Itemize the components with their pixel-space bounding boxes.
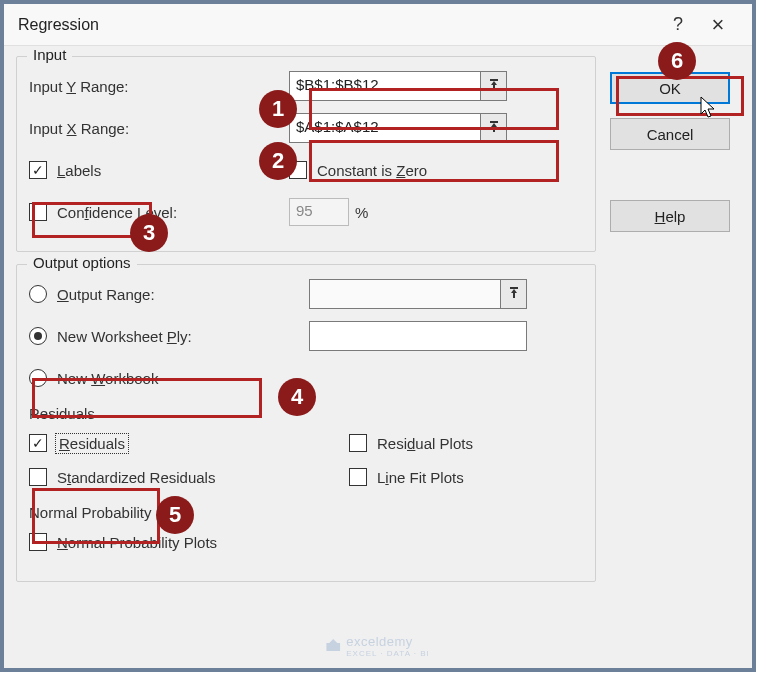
normal-probability-plots-label: Normal Probability Plots: [57, 534, 217, 551]
standardized-residuals-checkbox[interactable]: [29, 468, 47, 486]
input-y-label: Input Y Range:: [29, 78, 229, 95]
help-button[interactable]: Help: [610, 200, 730, 232]
range-picker-icon[interactable]: [480, 72, 506, 100]
output-range-input: [309, 279, 527, 309]
new-worksheet-label: New Worksheet Ply:: [57, 328, 192, 345]
svg-rect-3: [326, 643, 340, 651]
output-range-radio[interactable]: [29, 285, 47, 303]
line-fit-plots-checkbox[interactable]: [349, 468, 367, 486]
input-group: Input Input Y Range: $B$1:$B$12: [16, 56, 596, 252]
cancel-button[interactable]: Cancel: [610, 118, 730, 150]
line-fit-plots-label: Line Fit Plots: [377, 469, 464, 486]
confidence-level-input: 95: [289, 198, 349, 226]
input-y-range[interactable]: $B$1:$B$12: [289, 71, 507, 101]
new-workbook-radio[interactable]: [29, 369, 47, 387]
titlebar-help-icon[interactable]: ?: [658, 14, 698, 35]
residual-plots-label: Residual Plots: [377, 435, 473, 452]
constant-zero-checkbox[interactable]: [289, 161, 307, 179]
titlebar: Regression ? ×: [4, 4, 752, 46]
normal-probability-title: Normal Probability: [29, 504, 583, 521]
residuals-checkbox-label: Residuals: [57, 435, 127, 452]
new-worksheet-radio[interactable]: [29, 327, 47, 345]
input-y-value[interactable]: $B$1:$B$12: [290, 72, 480, 100]
residuals-title: Residuals: [29, 405, 583, 422]
confidence-percent-label: %: [355, 204, 368, 221]
dialog-title: Regression: [18, 16, 99, 34]
svg-rect-0: [490, 79, 498, 81]
output-range-label: Output Range:: [57, 286, 155, 303]
residuals-checkbox[interactable]: [29, 434, 47, 452]
output-legend: Output options: [27, 254, 137, 271]
labels-checkbox[interactable]: [29, 161, 47, 179]
normal-probability-plots-checkbox[interactable]: [29, 533, 47, 551]
regression-dialog: Regression ? × Input Input Y Range: $B$1…: [0, 0, 756, 672]
close-icon[interactable]: ×: [698, 12, 738, 38]
ok-button[interactable]: OK: [610, 72, 730, 104]
confidence-level-label: Confidence Level:: [57, 204, 177, 221]
svg-rect-1: [490, 121, 498, 123]
standardized-residuals-label: Standardized Residuals: [57, 469, 215, 486]
range-picker-icon[interactable]: [500, 280, 526, 308]
input-x-label: Input X Range:: [29, 120, 229, 137]
constant-zero-label: Constant is Zero: [317, 162, 427, 179]
watermark: exceldemy EXCEL · DATA · BI: [326, 634, 430, 658]
new-workbook-label: New Workbook: [57, 370, 158, 387]
output-group: Output options Output Range:: [16, 264, 596, 582]
input-x-value[interactable]: $A$1:$A$12: [290, 114, 480, 142]
confidence-level-checkbox[interactable]: [29, 203, 47, 221]
svg-rect-2: [510, 287, 518, 289]
new-worksheet-name-input[interactable]: [309, 321, 527, 351]
labels-checkbox-label: Labels: [57, 162, 101, 179]
residual-plots-checkbox[interactable]: [349, 434, 367, 452]
input-x-range[interactable]: $A$1:$A$12: [289, 113, 507, 143]
input-legend: Input: [27, 46, 72, 63]
range-picker-icon[interactable]: [480, 114, 506, 142]
